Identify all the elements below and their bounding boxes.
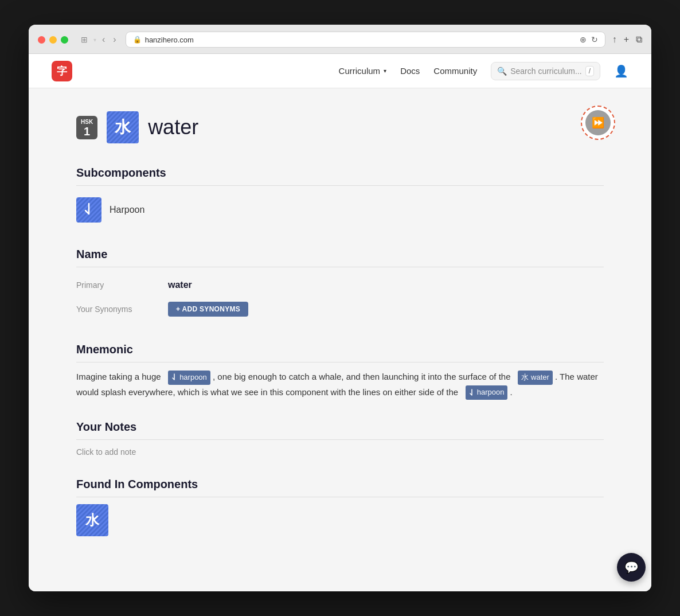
- found-char: 水: [85, 511, 99, 529]
- search-shortcut-badge: /: [585, 66, 594, 76]
- user-profile-button[interactable]: 👤: [614, 64, 628, 78]
- found-in-section: Found In Components 水: [76, 478, 604, 536]
- chat-button[interactable]: 💬: [617, 553, 646, 582]
- character-tile: 水: [107, 111, 139, 143]
- mnemonic-heading: Mnemonic: [76, 343, 604, 362]
- forward-button[interactable]: ›: [111, 33, 118, 46]
- water-tag-label: water: [531, 371, 549, 384]
- name-heading: Name: [76, 248, 604, 267]
- primary-label: Primary: [76, 280, 157, 290]
- skip-button-dashed-ring: ⏩: [581, 106, 615, 140]
- harpoon-tag-2[interactable]: harpoon: [466, 385, 508, 399]
- search-placeholder-text: Search curriculum...: [510, 67, 581, 76]
- synonyms-label: Your Synonyms: [76, 305, 157, 314]
- primary-value: water: [168, 280, 192, 290]
- mnemonic-part-2: , one big enough to catch a whale, and t…: [213, 372, 511, 381]
- skip-button[interactable]: ⏩: [585, 110, 611, 135]
- close-button[interactable]: [38, 36, 45, 44]
- mnemonic-part-4: .: [510, 387, 513, 397]
- refresh-icon[interactable]: ↻: [591, 35, 598, 44]
- browser-right-controls: ↑ + ⧉: [612, 34, 642, 45]
- subcomponents-heading: Subcomponents: [76, 166, 604, 186]
- subcomponent-label: Harpoon: [110, 205, 144, 215]
- mnemonic-section: Mnemonic Imagine taking a huge harpoon ,…: [76, 343, 604, 399]
- hsk-badge: HSK 1: [76, 116, 97, 139]
- harpoon-tag-label-1: harpoon: [179, 371, 207, 384]
- mnemonic-part-1: Imagine taking a huge: [76, 372, 161, 381]
- address-bar[interactable]: 🔒 hanzihero.com ⊕ ↻: [126, 32, 605, 48]
- new-tab-button[interactable]: +: [624, 34, 629, 45]
- character-header: HSK 1 水 water ⏩: [76, 111, 604, 143]
- hsk-number: 1: [84, 126, 90, 137]
- search-bar[interactable]: 🔍 Search curriculum... /: [491, 62, 600, 80]
- add-note-text[interactable]: Click to add note: [76, 447, 136, 457]
- page-title: water: [148, 115, 198, 139]
- hsk-label: HSK: [81, 118, 93, 126]
- harpoon-tag-1[interactable]: harpoon: [168, 371, 210, 384]
- mnemonic-text: Imagine taking a huge harpoon , one big …: [76, 369, 604, 399]
- lock-icon: 🔒: [133, 36, 142, 44]
- name-section: Name Primary water Your Synonyms + ADD S…: [76, 248, 604, 322]
- notes-heading: Your Notes: [76, 420, 604, 440]
- skip-button-container: ⏩: [581, 106, 615, 140]
- navbar: 字 Curriculum ▾ Docs Community 🔍 Search c…: [29, 54, 651, 88]
- app-container: 字 Curriculum ▾ Docs Community 🔍 Search c…: [29, 54, 651, 591]
- back-button[interactable]: ‹: [100, 33, 107, 46]
- url-text: hanzihero.com: [145, 36, 194, 44]
- add-synonyms-button[interactable]: + ADD SYNONYMS: [168, 302, 248, 317]
- chat-icon: 💬: [624, 560, 639, 574]
- maximize-button[interactable]: [61, 36, 68, 44]
- notes-section: Your Notes Click to add note: [76, 420, 604, 457]
- primary-name-row: Primary water: [76, 274, 604, 296]
- windows-button[interactable]: ⧉: [636, 34, 642, 45]
- skip-icon: ⏩: [592, 116, 604, 129]
- water-tag-char: 水: [521, 371, 529, 384]
- curriculum-nav-link[interactable]: Curriculum ▾: [339, 66, 387, 76]
- docs-nav-link[interactable]: Docs: [400, 66, 420, 76]
- subcomponent-item[interactable]: Harpoon: [76, 193, 604, 227]
- divider: ▾: [93, 37, 96, 43]
- app-logo[interactable]: 字: [52, 61, 72, 81]
- found-heading: Found In Components: [76, 478, 604, 497]
- browser-window: ⊞ ▾ ‹ › 🔒 hanzihero.com ⊕ ↻ ↑ + ⧉ 字 Curr…: [29, 25, 651, 591]
- browser-controls: ⊞ ▾ ‹ ›: [79, 33, 119, 46]
- water-tag[interactable]: 水 water: [518, 371, 553, 384]
- share-button[interactable]: ↑: [612, 34, 617, 45]
- minimize-button[interactable]: [49, 36, 57, 44]
- nav-links: Curriculum ▾ Docs Community 🔍 Search cur…: [339, 62, 628, 80]
- community-nav-link[interactable]: Community: [433, 66, 477, 76]
- subcomponents-section: Subcomponents Harpoon: [76, 166, 604, 227]
- main-content: HSK 1 水 water ⏩ Subcomponents: [53, 88, 627, 591]
- traffic-lights: [38, 36, 68, 44]
- search-icon: 🔍: [497, 67, 507, 76]
- synonyms-row: Your Synonyms + ADD SYNONYMS: [76, 296, 604, 322]
- subcomponent-tile: [76, 197, 101, 223]
- sidebar-toggle-button[interactable]: ⊞: [79, 34, 90, 45]
- translate-icon: ⊕: [580, 35, 587, 44]
- chevron-down-icon: ▾: [384, 68, 386, 74]
- found-component-tile[interactable]: 水: [76, 504, 108, 536]
- browser-chrome: ⊞ ▾ ‹ › 🔒 hanzihero.com ⊕ ↻ ↑ + ⧉: [29, 25, 651, 54]
- harpoon-tag-label-2: harpoon: [477, 386, 505, 399]
